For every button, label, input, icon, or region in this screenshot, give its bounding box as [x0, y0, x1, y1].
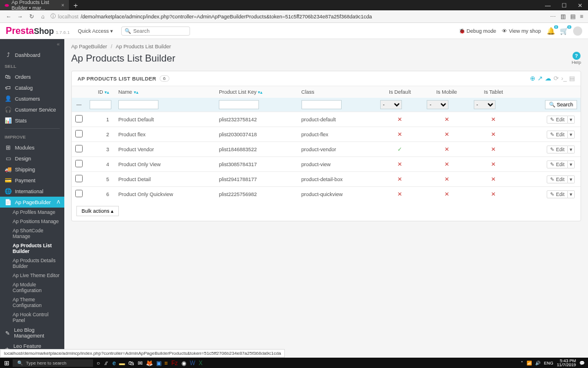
word-icon[interactable]: W: [190, 360, 195, 366]
add-icon[interactable]: ⊕: [530, 75, 535, 82]
home-icon[interactable]: ⌂: [39, 13, 47, 20]
breadcrumb-lvl1[interactable]: Ap PageBuilder: [71, 44, 107, 49]
cross-icon[interactable]: ✕: [491, 146, 496, 152]
search-button[interactable]: 🔍 Search: [545, 100, 577, 109]
sidebar-icon[interactable]: ▤: [570, 13, 575, 20]
explorer-icon[interactable]: ▬: [119, 360, 125, 366]
row-checkbox[interactable]: [75, 160, 83, 167]
row-checkbox[interactable]: [75, 130, 83, 137]
cross-icon[interactable]: ✕: [397, 191, 402, 197]
cart-icon[interactable]: 🛒0: [560, 27, 568, 35]
cross-icon[interactable]: ✕: [491, 131, 496, 137]
table-row[interactable]: 5Product Detailplist2941788177product-de…: [72, 172, 581, 187]
cross-icon[interactable]: ✕: [444, 161, 449, 167]
cross-icon[interactable]: ✕: [397, 116, 402, 122]
sidebar-item-shipping[interactable]: 🚚Shipping: [0, 164, 64, 175]
sidebar-item-payment[interactable]: 💳Payment: [0, 175, 64, 186]
edit-button[interactable]: ✎ Edit: [547, 116, 568, 124]
edit-caret[interactable]: ▾: [568, 160, 575, 168]
refresh-icon[interactable]: ⟳: [554, 75, 559, 82]
filter-key-input[interactable]: [219, 100, 259, 109]
edit-button[interactable]: ✎ Edit: [547, 160, 568, 168]
filter-mobile-select[interactable]: -: [427, 100, 448, 109]
col-name[interactable]: Name ▾▴: [115, 86, 215, 98]
row-checkbox[interactable]: [75, 115, 83, 122]
edit-caret[interactable]: ▾: [568, 145, 575, 154]
forward-icon[interactable]: →: [16, 13, 24, 20]
minimize-button[interactable]: —: [540, 2, 556, 9]
start-button[interactable]: ⊞: [0, 359, 13, 367]
tray-chevron-icon[interactable]: ˄: [521, 361, 523, 366]
sidebar-item-leo-blog[interactable]: ✎Leo Blog Management: [0, 325, 64, 341]
filter-tablet-select[interactable]: -: [474, 100, 496, 109]
row-checkbox[interactable]: [75, 145, 83, 152]
sidebar-item-catalog[interactable]: 🏷Catalog: [0, 82, 64, 93]
clock[interactable]: 5:43 PM 11/7/2019: [557, 359, 576, 367]
filezilla-icon[interactable]: Fz: [171, 360, 177, 366]
cross-icon[interactable]: ✕: [491, 176, 496, 182]
col-id[interactable]: ID ▾▴: [86, 86, 115, 98]
sidebar-item-stats[interactable]: 📊Stats: [0, 115, 64, 126]
cross-icon[interactable]: ✕: [491, 191, 496, 197]
edit-button[interactable]: ✎ Edit: [547, 145, 568, 154]
cortana-icon[interactable]: ○: [96, 360, 100, 366]
url-bar[interactable]: ⓘ localhost/demo/marketplace/admincp/ind…: [51, 13, 547, 20]
sidebar-sub-module-config[interactable]: Ap Module Configuration: [0, 280, 64, 295]
sidebar-item-leo-feature[interactable]: ★Leo Feature Management: [0, 341, 64, 350]
new-tab-button[interactable]: +: [69, 1, 83, 10]
taskbar-search[interactable]: 🔍Type here to search: [13, 359, 93, 367]
profile-avatar[interactable]: [573, 26, 582, 36]
prestashop-logo[interactable]: PrestaShop 1.7.6.1: [0, 26, 69, 36]
view-shop-link[interactable]: 👁 View my shop: [502, 28, 541, 34]
sidebar-item-orders[interactable]: 🛍Orders: [0, 71, 64, 82]
reload-icon[interactable]: ↻: [28, 13, 36, 20]
store-icon[interactable]: 🛍: [129, 360, 134, 366]
sublime-icon[interactable]: ≡: [165, 360, 168, 366]
lang-indicator[interactable]: ENG: [544, 361, 553, 366]
edit-caret[interactable]: ▾: [568, 175, 575, 183]
sql-icon[interactable]: ›_: [561, 75, 567, 82]
cross-icon[interactable]: ✕: [397, 176, 402, 182]
wifi-icon[interactable]: 📶: [527, 361, 532, 366]
cross-icon[interactable]: ✕: [397, 161, 402, 167]
mail-icon[interactable]: ✉: [138, 360, 142, 366]
sidebar-sub-products-details[interactable]: Ap Products Details Builder: [0, 256, 64, 271]
edge-icon[interactable]: e: [113, 360, 116, 366]
table-row[interactable]: 6Product Only Quickviewplist2225756982pr…: [72, 187, 581, 202]
library-icon[interactable]: ▥: [560, 13, 566, 20]
menu-icon[interactable]: ≡: [580, 13, 583, 20]
volume-icon[interactable]: 🔊: [535, 361, 540, 366]
browser-tab[interactable]: ⬬ Ap Products List Builder • mar... ×: [0, 0, 69, 10]
row-checkbox[interactable]: [75, 175, 83, 182]
app-icon[interactable]: ▣: [156, 360, 161, 366]
action-center-icon[interactable]: 💬: [579, 361, 585, 366]
cross-icon[interactable]: ✕: [491, 116, 496, 122]
sidebar-sub-profiles[interactable]: Ap Profiles Manage: [0, 208, 64, 217]
taskview-icon[interactable]: ⫽: [103, 360, 109, 366]
col-plist-key[interactable]: Product List Key ▾▴: [215, 86, 297, 98]
sidebar-sub-shortcode[interactable]: Ap ShortCode Manage: [0, 226, 64, 241]
cross-icon[interactable]: ✕: [444, 191, 449, 197]
filter-default-select[interactable]: -: [380, 100, 402, 109]
sidebar-item-customers[interactable]: 👤Customers: [0, 93, 64, 104]
sidebar-item-design[interactable]: ▭Design: [0, 153, 64, 164]
table-row[interactable]: 1Product Defaultplist2323758142product-d…: [72, 112, 581, 127]
extension-icon[interactable]: ⋯: [550, 13, 556, 20]
maximize-button[interactable]: ☐: [556, 2, 572, 9]
cross-icon[interactable]: ✕: [444, 176, 449, 182]
edit-button[interactable]: ✎ Edit: [547, 190, 568, 198]
notifications-icon[interactable]: 🔔0: [547, 27, 555, 35]
cloud-icon[interactable]: ☁: [545, 75, 551, 82]
quick-access-dropdown[interactable]: Quick Access ▾: [78, 28, 113, 34]
back-icon[interactable]: ←: [5, 13, 13, 20]
db-icon[interactable]: ▤: [569, 75, 575, 82]
sidebar-sub-theme-config[interactable]: Ap Theme Configuration: [0, 295, 64, 310]
debug-mode-toggle[interactable]: 🐞 Debug mode: [459, 28, 497, 34]
cross-icon[interactable]: ✕: [444, 131, 449, 137]
table-row[interactable]: 2Product flexplist2030037418product-flex…: [72, 127, 581, 142]
help-button[interactable]: ? Help: [572, 52, 581, 65]
sidebar-sub-live-theme[interactable]: Ap Live Theme Editor: [0, 271, 64, 280]
filter-class-input[interactable]: [301, 100, 342, 109]
sidebar-item-appagebuilder[interactable]: 📄Ap PageBuilderᐱ: [0, 197, 64, 208]
sidebar-sub-positions[interactable]: Ap Positions Manage: [0, 217, 64, 226]
